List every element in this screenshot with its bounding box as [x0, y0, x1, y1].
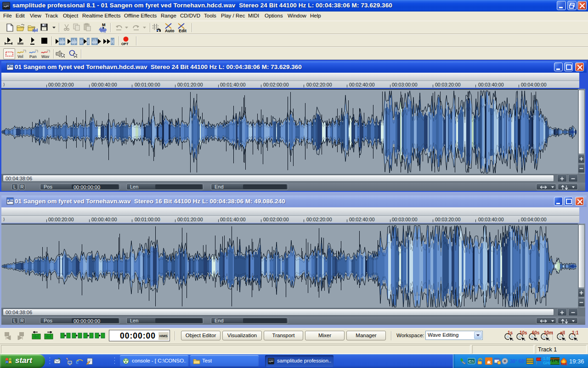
svg-text:60s: 60s — [532, 330, 540, 335]
svg-text:Edit: Edit — [179, 29, 187, 33]
svg-text:Wav: Wav — [41, 54, 49, 59]
svg-text:e: e — [76, 357, 79, 365]
svg-text:1s: 1s — [508, 330, 513, 335]
svg-text:all: all — [560, 330, 565, 335]
svg-text:M: M — [102, 23, 106, 27]
svg-text:OPT: OPT — [121, 42, 129, 46]
svg-text:1:1: 1:1 — [572, 330, 579, 335]
svg-text:C:\: C:\ — [469, 359, 474, 363]
svg-text:Pan: Pan — [29, 54, 37, 59]
svg-text:Vol: Vol — [17, 54, 23, 59]
svg-text:10m: 10m — [544, 330, 553, 335]
svg-text:10s: 10s — [520, 330, 527, 335]
svg-text:Auto: Auto — [165, 29, 175, 33]
svg-text:RME: RME — [561, 362, 568, 366]
